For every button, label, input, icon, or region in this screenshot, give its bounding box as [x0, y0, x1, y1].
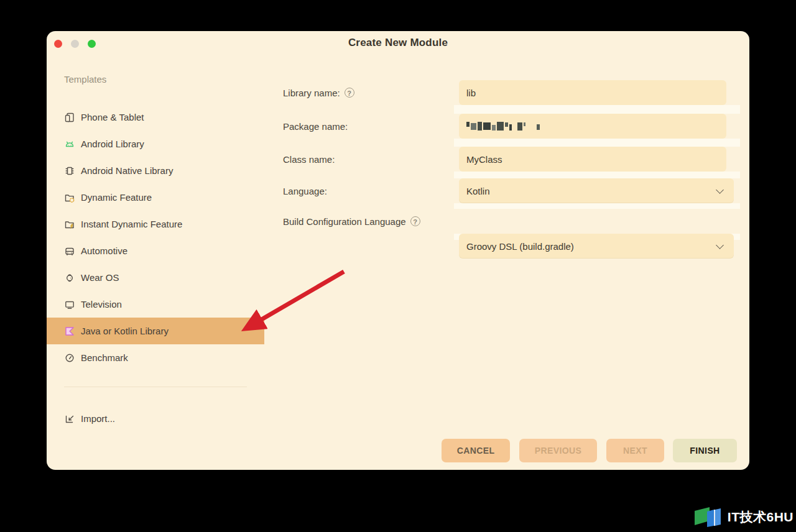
watermark-logo-icon	[694, 506, 723, 528]
sidebar-item-television[interactable]: Television	[47, 291, 264, 318]
screenshot-canvas: Create New Module Templates Phone & Tabl…	[0, 0, 796, 532]
import-label: Import...	[81, 413, 115, 424]
sidebar-item-label: Android Native Library	[81, 165, 173, 176]
phone-tablet-icon	[64, 112, 75, 123]
form-row-gap	[454, 203, 740, 209]
package-name-label: Package name:	[283, 121, 348, 132]
import-icon	[64, 413, 75, 424]
redacted-package-name	[466, 121, 540, 132]
help-icon[interactable]: ?	[345, 88, 354, 98]
sidebar-item-label: Android Library	[81, 139, 144, 149]
library-name-field[interactable]	[459, 80, 726, 105]
chip-icon	[64, 165, 75, 177]
library-name-label: Library name:	[283, 88, 340, 98]
class-name-label: Class name:	[283, 154, 335, 165]
sidebar-item-label: Television	[81, 299, 122, 310]
sidebar-item-instant-dynamic-feature[interactable]: Instant Dynamic Feature	[47, 211, 264, 237]
sidebar-divider	[64, 387, 247, 387]
language-label-row: Language:	[283, 178, 327, 203]
watermark: IT技术6HU	[694, 506, 794, 528]
watermark-text: IT技术6HU	[728, 508, 794, 526]
finish-button[interactable]: FINISH	[673, 439, 737, 462]
sidebar-item-automotive[interactable]: Automotive	[47, 237, 264, 264]
chevron-down-icon	[716, 186, 724, 194]
chevron-down-icon	[716, 241, 724, 249]
previous-button[interactable]: PREVIOUS	[519, 439, 597, 462]
sidebar-item-benchmark[interactable]: Benchmark	[47, 344, 264, 371]
build-config-selected-value: Groovy DSL (build.gradle)	[466, 241, 574, 252]
class-name-label-row: Class name:	[283, 147, 335, 172]
sidebar-item-label: Automotive	[81, 245, 127, 256]
android-icon	[64, 139, 75, 150]
car-icon	[64, 245, 75, 257]
sidebar-item-label: Dynamic Feature	[81, 192, 152, 203]
library-name-input[interactable]	[466, 88, 719, 98]
sidebar-item-android-native-library[interactable]: Android Native Library	[47, 157, 264, 184]
sidebar-item-label: Phone & Tablet	[81, 112, 144, 122]
cancel-button[interactable]: CANCEL	[442, 439, 510, 462]
next-button[interactable]: NEXT	[606, 439, 664, 462]
create-new-module-dialog: Create New Module Templates Phone & Tabl…	[47, 31, 749, 470]
kotlin-icon	[64, 326, 75, 337]
sidebar-item-label: Benchmark	[81, 352, 128, 363]
form-row-gap	[454, 172, 740, 178]
class-name-input[interactable]	[466, 154, 719, 165]
sidebar-item-label: Instant Dynamic Feature	[81, 219, 182, 229]
sidebar-item-dynamic-feature[interactable]: Dynamic Feature	[47, 184, 264, 211]
sidebar-item-android-library[interactable]: Android Library	[47, 131, 264, 157]
form-row-gap	[454, 139, 740, 147]
package-name-field[interactable]	[459, 114, 726, 139]
gauge-icon	[64, 352, 75, 364]
sidebar-item-java-or-kotlin-library[interactable]: Java or Kotlin Library	[47, 318, 264, 344]
build-config-label: Build Configuration Language	[283, 216, 406, 227]
folder-bolt-icon	[64, 219, 75, 230]
language-selected-value: Kotlin	[466, 186, 490, 196]
import-button[interactable]: Import...	[47, 405, 264, 432]
class-name-field[interactable]	[459, 147, 726, 172]
sidebar-item-label: Wear OS	[81, 272, 119, 283]
sidebar-item-phone-tablet[interactable]: Phone & Tablet	[47, 104, 264, 131]
sidebar-item-wear-os[interactable]: Wear OS	[47, 264, 264, 291]
build-config-label-row: Build Configuration Language ?	[283, 209, 420, 234]
sidebar-item-label: Java or Kotlin Library	[81, 326, 169, 336]
form-row-gap	[454, 105, 740, 114]
language-label: Language:	[283, 186, 327, 196]
package-name-label-row: Package name:	[283, 114, 348, 139]
templates-heading: Templates	[64, 74, 106, 85]
tv-icon	[64, 299, 75, 310]
build-config-dropdown[interactable]: Groovy DSL (build.gradle)	[459, 234, 734, 259]
help-icon[interactable]: ?	[410, 216, 420, 226]
template-list: Phone & Tablet Android Library Android N…	[47, 104, 264, 371]
folder-refresh-icon	[64, 192, 75, 203]
language-dropdown[interactable]: Kotlin	[459, 178, 734, 203]
library-name-label-row: Library name: ?	[283, 80, 354, 105]
dialog-title: Create New Module	[47, 37, 749, 49]
watch-icon	[64, 272, 75, 283]
